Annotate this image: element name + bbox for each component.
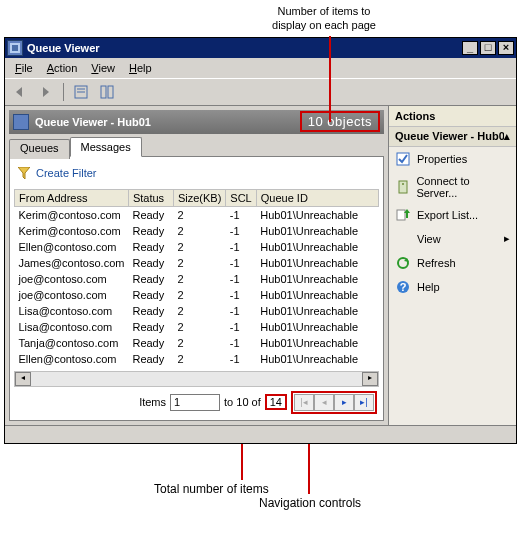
minimize-button[interactable]: _ xyxy=(462,41,478,55)
maximize-button[interactable]: □ xyxy=(480,41,496,55)
cell-status: Ready xyxy=(128,255,173,271)
col-size[interactable]: Size(KB) xyxy=(173,189,225,206)
toolbar-btn-1[interactable] xyxy=(70,81,92,103)
cell-size: 2 xyxy=(173,351,225,367)
cell-qid: Hub01\Unreachable xyxy=(256,206,378,223)
table-row[interactable]: joe@contoso.comReady2-1Hub01\Unreachable xyxy=(15,287,379,303)
pager-total: 14 xyxy=(265,394,287,410)
col-status[interactable]: Status xyxy=(128,189,173,206)
cell-scl: -1 xyxy=(226,335,256,351)
cell-from: Kerim@contoso.com xyxy=(15,206,129,223)
actions-header: Actions xyxy=(389,106,516,127)
nav-next-button[interactable]: ▸ xyxy=(334,394,354,411)
queue-icon xyxy=(13,114,29,130)
horizontal-scrollbar[interactable]: ◂ ▸ xyxy=(14,371,379,387)
cell-status: Ready xyxy=(128,351,173,367)
svg-rect-11 xyxy=(399,181,407,193)
svg-rect-15 xyxy=(406,213,408,218)
menu-file[interactable]: File xyxy=(9,60,39,76)
cell-qid: Hub01\Unreachable xyxy=(256,351,378,367)
svg-point-12 xyxy=(402,183,404,185)
create-filter-link[interactable]: Create Filter xyxy=(14,161,379,189)
cell-qid: Hub01\Unreachable xyxy=(256,287,378,303)
properties-icon xyxy=(395,151,411,167)
refresh-icon xyxy=(395,255,411,271)
cell-qid: Hub01\Unreachable xyxy=(256,239,378,255)
cell-from: Ellen@contoso.com xyxy=(15,239,129,255)
table-row[interactable]: Kerim@contoso.comReady2-1Hub01\Unreachab… xyxy=(15,206,379,223)
col-qid[interactable]: Queue ID xyxy=(256,189,378,206)
back-button[interactable] xyxy=(9,81,31,103)
table-row[interactable]: Lisa@contoso.comReady2-1Hub01\Unreachabl… xyxy=(15,303,379,319)
close-button[interactable]: × xyxy=(498,41,514,55)
status-bar xyxy=(5,425,516,443)
collapse-icon[interactable]: ▴ xyxy=(504,130,510,143)
scroll-right-icon[interactable]: ▸ xyxy=(362,372,378,386)
tabs: Queues Messages xyxy=(9,137,384,157)
table-row[interactable]: Ellen@contoso.comReady2-1Hub01\Unreachab… xyxy=(15,351,379,367)
table-row[interactable]: James@contoso.comReady2-1Hub01\Unreachab… xyxy=(15,255,379,271)
actions-subheader: Queue Viewer - Hub01 ▴ xyxy=(389,127,516,147)
cell-from: Tanja@contoso.com xyxy=(15,335,129,351)
cell-scl: -1 xyxy=(226,255,256,271)
forward-button[interactable] xyxy=(35,81,57,103)
messages-table: From Address Status Size(KB) SCL Queue I… xyxy=(14,189,379,367)
panel-header: Queue Viewer - Hub01 10 objects xyxy=(9,110,384,134)
cell-scl: -1 xyxy=(226,239,256,255)
menu-help[interactable]: Help xyxy=(123,60,158,76)
tab-body: Create Filter From Address Status Size(K… xyxy=(9,156,384,421)
col-from[interactable]: From Address xyxy=(15,189,129,206)
action-view[interactable]: View ▸ xyxy=(389,227,516,251)
menu-action[interactable]: Action xyxy=(41,60,84,76)
annotation-nav: Navigation controls xyxy=(259,496,361,510)
cell-status: Ready xyxy=(128,319,173,335)
cell-from: Ellen@contoso.com xyxy=(15,351,129,367)
cell-scl: -1 xyxy=(226,223,256,239)
cell-size: 2 xyxy=(173,287,225,303)
annotation-total: Total number of items xyxy=(154,482,269,496)
title-bar: Queue Viewer _ □ × xyxy=(5,38,516,58)
cell-scl: -1 xyxy=(226,206,256,223)
cell-from: Kerim@contoso.com xyxy=(15,223,129,239)
server-icon xyxy=(395,179,410,195)
nav-first-button[interactable]: |◂ xyxy=(294,394,314,411)
table-row[interactable]: Tanja@contoso.comReady2-1Hub01\Unreachab… xyxy=(15,335,379,351)
tab-queues[interactable]: Queues xyxy=(9,139,70,159)
cell-scl: -1 xyxy=(226,319,256,335)
pager-input[interactable] xyxy=(170,394,220,411)
pager-label: Items xyxy=(139,396,166,408)
tab-messages[interactable]: Messages xyxy=(70,137,142,157)
table-row[interactable]: Ellen@contoso.comReady2-1Hub01\Unreachab… xyxy=(15,239,379,255)
svg-marker-2 xyxy=(16,87,22,97)
action-connect[interactable]: Connect to Server... xyxy=(389,171,516,203)
cell-qid: Hub01\Unreachable xyxy=(256,319,378,335)
nav-prev-button[interactable]: ◂ xyxy=(314,394,334,411)
table-row[interactable]: joe@contoso.comReady2-1Hub01\Unreachable xyxy=(15,271,379,287)
svg-text:?: ? xyxy=(400,281,407,293)
col-scl[interactable]: SCL xyxy=(226,189,256,206)
cell-qid: Hub01\Unreachable xyxy=(256,271,378,287)
action-refresh[interactable]: Refresh xyxy=(389,251,516,275)
table-row[interactable]: Kerim@contoso.comReady2-1Hub01\Unreachab… xyxy=(15,223,379,239)
filter-icon xyxy=(16,165,32,181)
toolbar xyxy=(5,78,516,106)
scroll-left-icon[interactable]: ◂ xyxy=(15,372,31,386)
toolbar-btn-2[interactable] xyxy=(96,81,118,103)
cell-scl: -1 xyxy=(226,287,256,303)
cell-scl: -1 xyxy=(226,351,256,367)
cell-size: 2 xyxy=(173,255,225,271)
cell-status: Ready xyxy=(128,271,173,287)
cell-status: Ready xyxy=(128,239,173,255)
cell-size: 2 xyxy=(173,206,225,223)
menu-view[interactable]: View xyxy=(85,60,121,76)
action-help[interactable]: ? Help xyxy=(389,275,516,299)
table-row[interactable]: Lisa@contoso.comReady2-1Hub01\Unreachabl… xyxy=(15,319,379,335)
action-properties[interactable]: Properties xyxy=(389,147,516,171)
submenu-arrow-icon: ▸ xyxy=(504,232,510,245)
cell-size: 2 xyxy=(173,271,225,287)
nav-last-button[interactable]: ▸| xyxy=(354,394,374,411)
action-export[interactable]: Export List... xyxy=(389,203,516,227)
cell-status: Ready xyxy=(128,335,173,351)
cell-size: 2 xyxy=(173,319,225,335)
svg-marker-3 xyxy=(43,87,49,97)
